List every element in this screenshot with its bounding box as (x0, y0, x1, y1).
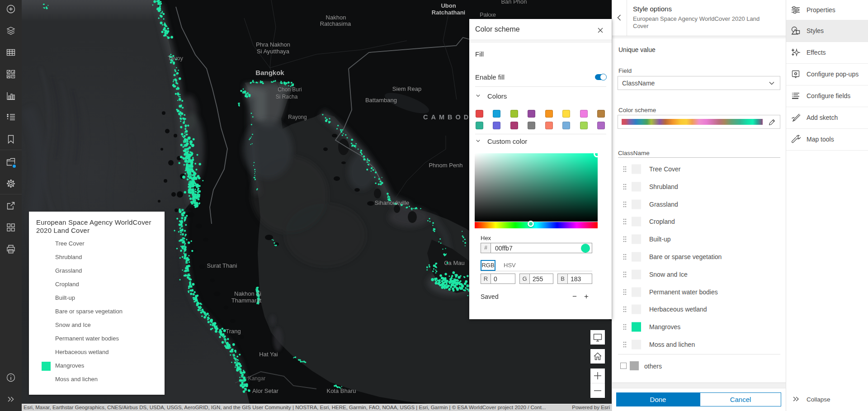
svg-text:Trang: Trang (226, 328, 241, 335)
svg-text:Ban Phon: Ban Phon (501, 0, 527, 5)
svg-text:Rayong: Rayong (288, 114, 307, 120)
svg-text:Nakhon: Nakhon (326, 14, 346, 21)
svg-text:Kangar: Kangar (248, 375, 266, 382)
svg-text:Surat Thani: Surat Thani (207, 262, 237, 269)
svg-text:Tavoy: Tavoy (168, 55, 183, 61)
svg-text:Phra Nakhon: Phra Nakhon (256, 41, 290, 48)
svg-text:Sihanoukville: Sihanoukville (375, 199, 410, 206)
svg-text:Si Racha: Si Racha (276, 94, 298, 100)
svg-text:Phnom Penh: Phnom Penh (429, 162, 462, 169)
svg-text:Siem Reap: Siem Reap (392, 85, 421, 92)
svg-text:Thammarat: Thammarat (231, 297, 262, 304)
svg-text:Si Ayutthaya: Si Ayutthaya (257, 48, 290, 55)
svg-text:Battambang: Battambang (365, 97, 397, 104)
svg-text:Ca Mau: Ca Mau (444, 260, 465, 266)
svg-text:Alor Setar: Alor Setar (252, 387, 278, 394)
svg-text:Nakhon Si: Nakhon Si (234, 290, 261, 297)
svg-text:Ratchathani: Ratchathani (432, 9, 465, 16)
svg-text:Ubon: Ubon (441, 2, 456, 9)
svg-text:Kota Bharu: Kota Bharu (326, 387, 356, 394)
svg-text:Bangkok: Bangkok (255, 69, 284, 76)
svg-text:Chon Buri: Chon Buri (278, 86, 302, 93)
svg-text:Ratchasima: Ratchasima (320, 20, 351, 27)
svg-text:Pakxe: Pakxe (480, 11, 496, 18)
svg-text:Hat Yai: Hat Yai (259, 351, 278, 358)
